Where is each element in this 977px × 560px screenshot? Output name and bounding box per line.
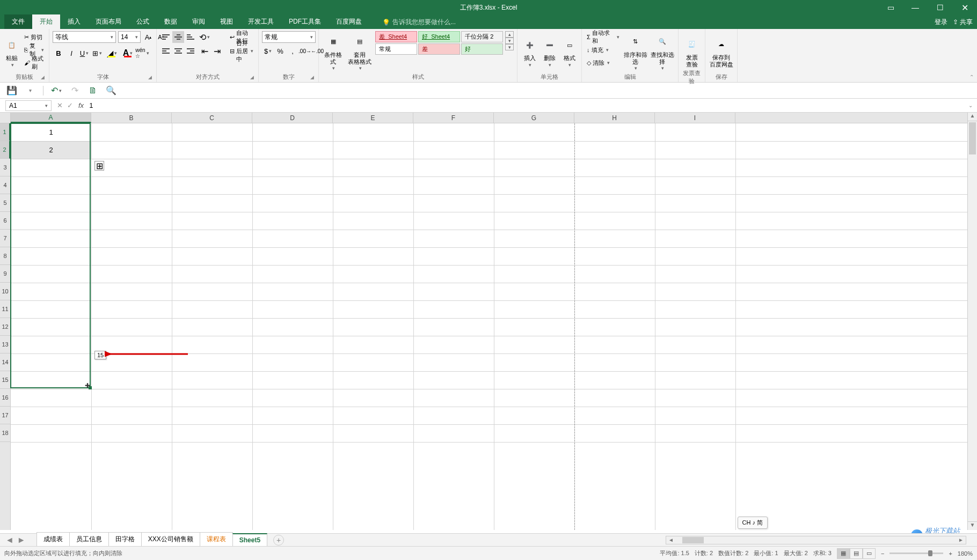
number-launcher[interactable]: ◢ — [310, 75, 314, 80]
row-header-6[interactable]: 6 — [0, 212, 10, 230]
qat-new[interactable]: 🗎 — [88, 85, 98, 96]
view-page-break[interactable]: ▭ — [863, 548, 876, 559]
row-header-12[interactable]: 12 — [0, 318, 10, 336]
merge-center-button[interactable]: ⊟合并后居中▾ — [228, 45, 255, 57]
col-header-b[interactable]: B — [91, 113, 172, 123]
cut-button[interactable]: ✂剪切 — [23, 31, 46, 43]
cell-style-bad[interactable]: 差 — [418, 43, 460, 55]
align-top[interactable] — [160, 31, 172, 43]
confirm-edit-button[interactable]: ✓ — [67, 101, 73, 109]
row-header-11[interactable]: 11 — [0, 300, 10, 318]
col-header-f[interactable]: F — [413, 113, 494, 123]
align-left[interactable] — [160, 45, 172, 57]
align-launcher[interactable]: ◢ — [250, 75, 254, 80]
col-header-h[interactable]: H — [574, 113, 655, 123]
row-header-16[interactable]: 16 — [0, 389, 10, 407]
cell-style-normal[interactable]: 常规 — [375, 43, 417, 55]
number-format-select[interactable]: 常规▾ — [262, 31, 316, 43]
col-header-d[interactable]: D — [252, 113, 333, 123]
autosum-button[interactable]: Σ自动求和▾ — [585, 31, 621, 43]
format-painter-button[interactable]: 🖌格式刷 — [23, 57, 46, 69]
sheet-nav-prev[interactable]: ◄ — [5, 535, 14, 545]
vertical-scrollbar[interactable]: ▲ ▼ — [967, 113, 977, 530]
collapse-ribbon[interactable]: ⌃ — [969, 74, 974, 80]
row-header-9[interactable]: 9 — [0, 265, 10, 283]
align-middle[interactable] — [172, 31, 184, 43]
font-name-select[interactable]: 等线▾ — [53, 31, 116, 43]
add-sheet-button[interactable]: + — [273, 535, 284, 546]
formula-input[interactable]: 1 — [89, 101, 93, 109]
col-header-i[interactable]: I — [655, 113, 735, 123]
increase-indent[interactable]: ⇥ — [211, 45, 223, 57]
underline-button[interactable]: U▾ — [78, 47, 90, 59]
bold-button[interactable]: B — [53, 47, 64, 59]
italic-button[interactable]: I — [65, 47, 77, 59]
row-header-2[interactable]: 2 — [0, 141, 10, 159]
sheet-tab-3[interactable]: XXX公司销售额 — [141, 532, 200, 546]
row-header-4[interactable]: 4 — [0, 176, 10, 194]
horizontal-scrollbar[interactable]: ◄ ► — [666, 536, 966, 544]
zoom-slider[interactable] — [889, 552, 943, 554]
cell-style-good[interactable]: 好 — [461, 43, 503, 55]
row-header-18[interactable]: 18 — [0, 424, 10, 442]
align-bottom[interactable] — [185, 31, 196, 43]
maximize-button[interactable]: ☐ — [928, 0, 952, 15]
zoom-out[interactable]: − — [881, 550, 884, 557]
clear-button[interactable]: ◇清除▾ — [585, 57, 621, 69]
row-header-14[interactable]: 14 — [0, 353, 10, 371]
qat-customize[interactable]: ▾ — [25, 85, 35, 96]
fx-button[interactable]: fx — [78, 101, 84, 109]
find-select-button[interactable]: 🔍查找和选择▾ — [650, 31, 675, 73]
row-header-7[interactable]: 7 — [0, 230, 10, 247]
sheet-tab-4[interactable]: 课程表 — [200, 532, 233, 546]
tab-view[interactable]: 视图 — [213, 14, 240, 29]
decrease-indent[interactable]: ⇤ — [199, 45, 210, 57]
qat-print-preview[interactable]: 🔍 — [106, 85, 116, 96]
undo-button[interactable]: ↶▾ — [51, 85, 62, 96]
percent-button[interactable]: % — [274, 45, 286, 57]
file-tab[interactable]: 文件 — [4, 14, 32, 29]
row-header-15[interactable]: 15 — [0, 371, 10, 389]
row-header-10[interactable]: 10 — [0, 283, 10, 300]
expand-formula-bar[interactable]: ⌄ — [968, 102, 973, 108]
fill-button[interactable]: ↓填充▾ — [585, 44, 621, 56]
phonetic-button[interactable]: wén☆▾ — [136, 47, 148, 59]
tab-pdf-tools[interactable]: PDF工具集 — [281, 14, 329, 29]
share-button[interactable]: ⇪ 共享 — [953, 18, 973, 27]
col-header-c[interactable]: C — [172, 113, 252, 123]
cell-style-thousands[interactable]: 千位分隔 2 — [461, 31, 503, 42]
col-header-g[interactable]: G — [494, 113, 574, 123]
save-button[interactable]: 💾 — [6, 85, 17, 96]
view-normal[interactable]: ▦ — [837, 548, 850, 559]
tell-me-search[interactable]: 💡 告诉我您想要做什么... — [380, 16, 458, 29]
invoice-check-button[interactable]: 🧾发票 查验 — [682, 31, 702, 73]
paste-button[interactable]: 📋 粘贴 ▾ — [3, 31, 20, 73]
quick-analysis-button[interactable]: ⊞ — [94, 161, 104, 171]
tab-baidu[interactable]: 百度网盘 — [329, 14, 369, 29]
name-box[interactable]: A1▾ — [5, 100, 52, 111]
tab-page-layout[interactable]: 页面布局 — [88, 14, 129, 29]
col-header-a[interactable]: A — [11, 113, 91, 123]
ribbon-display-options[interactable]: ▭ — [878, 0, 903, 15]
cells-area[interactable]: 1 2 ⊞ 15 ✚ — [11, 123, 967, 530]
currency-button[interactable]: $▾ — [262, 45, 274, 57]
increase-font-button[interactable]: A▴ — [143, 31, 154, 43]
redo-button[interactable]: ↷ — [69, 85, 80, 96]
comma-button[interactable]: , — [287, 45, 298, 57]
sheet-nav-next[interactable]: ► — [17, 535, 26, 545]
row-header-13[interactable]: 13 — [0, 336, 10, 353]
minimize-button[interactable]: — — [903, 0, 928, 15]
col-header-e[interactable]: E — [333, 113, 413, 123]
row-header-5[interactable]: 5 — [0, 194, 10, 212]
sheet-tab-5[interactable]: Sheet5 — [232, 533, 267, 546]
cell-styles-gallery-scroll[interactable]: ▴▾▾ — [505, 31, 514, 50]
tab-developer[interactable]: 开发工具 — [240, 14, 281, 29]
sheet-tab-1[interactable]: 员工信息 — [69, 532, 109, 546]
fill-color-button[interactable]: ◢▾ — [104, 47, 119, 59]
zoom-level[interactable]: 180% — [958, 550, 973, 557]
tab-formulas[interactable]: 公式 — [129, 14, 157, 29]
cell-style-bad-sheet4[interactable]: 差_Sheet4 — [375, 31, 417, 42]
orientation-button[interactable]: ⟲▾ — [199, 31, 210, 43]
row-header-8[interactable]: 8 — [0, 247, 10, 265]
row-header-1[interactable]: 1 — [0, 123, 10, 141]
